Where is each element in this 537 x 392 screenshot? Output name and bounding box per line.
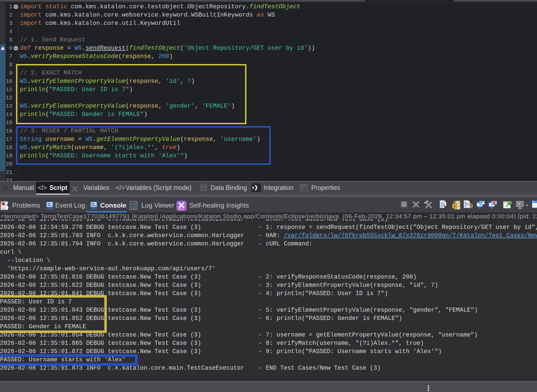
svg-text:LOG: LOG [131, 202, 137, 205]
svg-text:SELF-H: SELF-H [179, 208, 184, 210]
